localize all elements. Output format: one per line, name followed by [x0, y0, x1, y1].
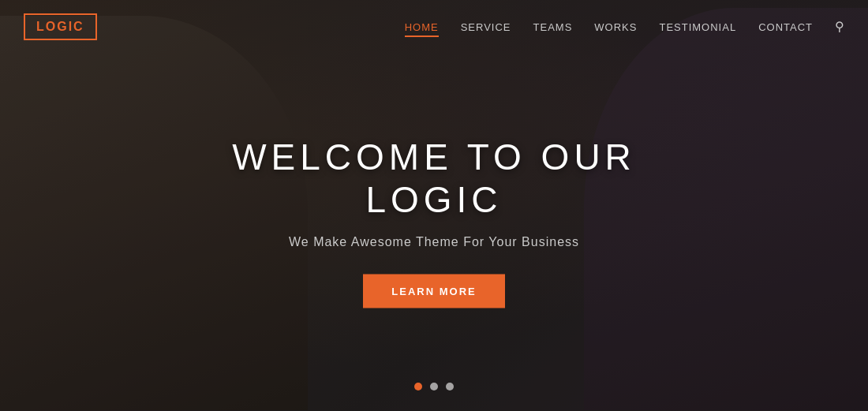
nav-link-contact[interactable]: CONTACT — [758, 21, 813, 33]
learn-more-button[interactable]: LEARN MORE — [363, 274, 504, 308]
hero-subtitle: We Make Awesome Theme For Your Business — [158, 234, 710, 248]
nav-links: HOME SERVICE TEAMS WORKS TESTIMONIAL CON… — [405, 19, 844, 34]
slider-dot-1[interactable] — [414, 383, 422, 390]
hero-title: WELCOME TO OUR LOGIC — [158, 135, 710, 220]
slider-dot-3[interactable] — [446, 383, 454, 390]
logo[interactable]: LOGIC — [24, 13, 97, 40]
nav-link-home[interactable]: HOME — [405, 21, 439, 37]
nav-link-works[interactable]: WORKS — [594, 21, 637, 33]
search-icon[interactable]: ⚲ — [835, 20, 844, 33]
nav-link-teams[interactable]: TEAMS — [533, 21, 573, 33]
hero-section: LOGIC HOME SERVICE TEAMS WORKS TESTIMONI… — [0, 0, 868, 411]
nav-item-works[interactable]: WORKS — [594, 20, 637, 34]
hero-content: WELCOME TO OUR LOGIC We Make Awesome The… — [158, 135, 710, 308]
nav-link-service[interactable]: SERVICE — [461, 21, 511, 33]
nav-link-testimonial[interactable]: TESTIMONIAL — [659, 21, 736, 33]
nav-item-home[interactable]: HOME — [405, 20, 439, 34]
slider-dots — [414, 383, 454, 390]
slider-dot-2[interactable] — [430, 383, 438, 390]
nav-item-teams[interactable]: TEAMS — [533, 20, 573, 34]
nav-item-search[interactable]: ⚲ — [835, 19, 844, 34]
navbar: LOGIC HOME SERVICE TEAMS WORKS TESTIMONI… — [0, 0, 868, 53]
nav-item-contact[interactable]: CONTACT — [758, 20, 813, 34]
nav-item-service[interactable]: SERVICE — [461, 20, 511, 34]
logo-accent: LOGIC — [36, 20, 84, 33]
nav-item-testimonial[interactable]: TESTIMONIAL — [659, 20, 736, 34]
logo-text: LOGIC — [36, 20, 84, 33]
